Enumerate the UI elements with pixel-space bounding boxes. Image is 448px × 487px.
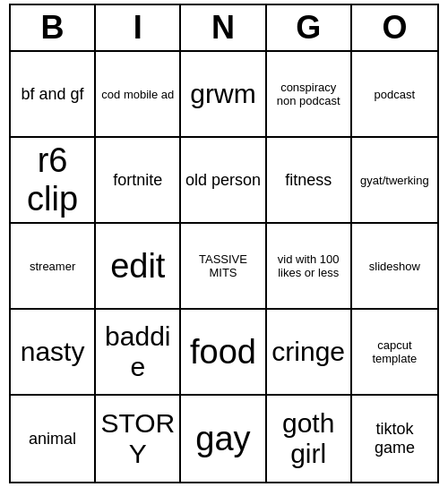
- bingo-cell: vid with 100 likes or less: [267, 224, 352, 310]
- cell-text: STORY: [99, 408, 176, 469]
- bingo-cell: podcast: [352, 52, 437, 138]
- bingo-cell: gay: [181, 396, 266, 482]
- cell-text: streamer: [30, 260, 75, 273]
- bingo-cell: grwm: [181, 52, 266, 138]
- cell-text: podcast: [375, 88, 416, 101]
- cell-text: nasty: [21, 337, 85, 367]
- bingo-cell: TASSIVE MITS: [181, 224, 266, 310]
- bingo-cell: r6 clip: [11, 138, 96, 224]
- cell-text: r6 clip: [14, 141, 90, 218]
- bingo-cell: old person: [181, 138, 266, 224]
- cell-text: cringe: [271, 337, 345, 367]
- header-letter: O: [352, 5, 437, 50]
- cell-text: bf and gf: [22, 85, 84, 104]
- cell-text: food: [190, 333, 256, 372]
- bingo-cell: capcut template: [352, 310, 437, 396]
- cell-text: grwm: [190, 79, 255, 109]
- bingo-card: BINGO bf and gfcod mobile adgrwmconspira…: [9, 4, 439, 483]
- bingo-cell: bf and gf: [11, 52, 96, 138]
- header-letter: G: [267, 5, 352, 50]
- bingo-cell: cod mobile ad: [96, 52, 181, 138]
- cell-text: conspiracy non podcast: [271, 81, 347, 107]
- header-letter: N: [181, 5, 266, 50]
- cell-text: vid with 100 likes or less: [271, 252, 347, 279]
- bingo-grid: bf and gfcod mobile adgrwmconspiracy non…: [11, 52, 437, 482]
- bingo-cell: cringe: [267, 310, 352, 396]
- bingo-cell: slideshow: [352, 224, 437, 310]
- cell-text: tiktok game: [356, 420, 434, 457]
- cell-text: capcut template: [356, 338, 434, 365]
- header-letter: B: [11, 5, 96, 50]
- cell-text: slideshow: [369, 260, 420, 273]
- bingo-header: BINGO: [11, 5, 437, 52]
- bingo-cell: goth girl: [267, 396, 352, 482]
- header-letter: I: [96, 5, 181, 50]
- cell-text: gay: [195, 420, 250, 458]
- bingo-cell: fitness: [267, 138, 352, 224]
- bingo-cell: fortnite: [96, 138, 181, 224]
- cell-text: old person: [185, 171, 261, 190]
- bingo-cell: baddie: [96, 310, 181, 396]
- cell-text: fortnite: [113, 171, 162, 190]
- bingo-cell: nasty: [11, 310, 96, 396]
- bingo-cell: gyat/twerking: [352, 138, 437, 224]
- bingo-cell: animal: [11, 396, 96, 482]
- bingo-cell: food: [181, 310, 266, 396]
- bingo-cell: conspiracy non podcast: [267, 52, 352, 138]
- cell-text: fitness: [285, 171, 332, 190]
- cell-text: baddie: [99, 321, 176, 382]
- cell-text: edit: [110, 247, 165, 286]
- cell-text: TASSIVE MITS: [185, 252, 261, 279]
- bingo-cell: edit: [96, 224, 181, 310]
- bingo-cell: STORY: [96, 396, 181, 482]
- cell-text: animal: [29, 430, 76, 449]
- cell-text: goth girl: [271, 408, 347, 469]
- bingo-cell: streamer: [11, 224, 96, 310]
- bingo-cell: tiktok game: [352, 396, 437, 482]
- cell-text: gyat/twerking: [360, 174, 429, 187]
- cell-text: cod mobile ad: [101, 88, 174, 101]
